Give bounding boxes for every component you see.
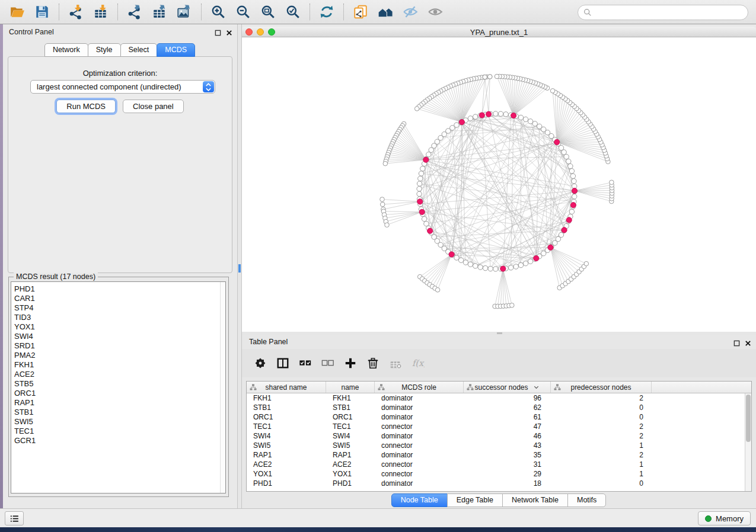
run-mcds-button[interactable]: Run MCDS — [56, 100, 116, 113]
table-row[interactable]: YOX1YOX1connector291 — [247, 469, 751, 479]
table-row[interactable]: SWI5SWI5connector431 — [247, 441, 751, 450]
table-row[interactable]: PHD1PHD1dominator180 — [247, 479, 751, 488]
column-header-MCDS-role[interactable]: MCDS role — [375, 382, 464, 393]
tab-edge-table[interactable]: Edge Table — [447, 493, 503, 507]
control-panel-title: Control Panel — [9, 28, 54, 36]
result-item[interactable]: PHD1 — [11, 284, 225, 294]
vertical-splitter[interactable] — [237, 24, 242, 508]
delete-icon — [366, 357, 379, 370]
table-cell: PHD1 — [247, 479, 326, 488]
open-button[interactable] — [8, 3, 26, 21]
table-cell: SWI4 — [247, 432, 326, 440]
table-cell: YOX1 — [326, 470, 375, 478]
table-cell: SWI4 — [326, 432, 375, 440]
tab-network[interactable]: Network — [44, 43, 88, 57]
save-button[interactable] — [33, 3, 51, 21]
result-item[interactable]: ACE2 — [11, 370, 225, 379]
hide-selected-button[interactable] — [401, 3, 419, 21]
import-network-icon — [68, 4, 84, 20]
first-neighbors-button[interactable] — [377, 3, 394, 21]
zoom-selected-button[interactable] — [284, 3, 302, 21]
table-row[interactable]: STB1STB1dominator620 — [247, 403, 751, 412]
close-panel-icon[interactable] — [226, 28, 232, 39]
criterion-dropdown-value: largest connected component (undirected) — [37, 82, 181, 91]
result-item[interactable]: CAR1 — [11, 294, 225, 303]
network-window-titlebar[interactable]: YPA_prune.txt_1 — [242, 27, 756, 37]
result-item[interactable]: YOX1 — [11, 322, 225, 332]
column-header-shared-name[interactable]: shared name — [247, 382, 326, 393]
add-button[interactable] — [343, 355, 358, 371]
table-scrollbar-thumb[interactable] — [746, 395, 751, 442]
table-cell: ORC1 — [247, 413, 326, 421]
close-panel-button[interactable]: Close panel — [123, 100, 184, 113]
table-row[interactable]: ACE2ACE2connector311 — [247, 460, 751, 469]
mcds-result-list[interactable]: PHD1CAR1STP4TID3YOX1SWI4SRD1PMA2FKH1ACE2… — [11, 281, 226, 493]
float-table-panel-icon[interactable] — [733, 338, 740, 349]
result-item[interactable]: SWI5 — [11, 417, 225, 427]
split-pane-button[interactable] — [275, 355, 291, 371]
column-header-name[interactable]: name — [326, 382, 375, 393]
result-item[interactable]: GCR1 — [11, 436, 225, 446]
table-row[interactable]: TEC1TEC1connector472 — [247, 422, 751, 431]
import-table-button[interactable] — [92, 3, 110, 21]
result-item[interactable]: PMA2 — [11, 351, 225, 360]
result-item[interactable]: TEC1 — [11, 427, 225, 436]
mcds-tab-content: Optimization criterion: largest connecte… — [8, 56, 232, 273]
table-toolbar: f(x) — [242, 349, 756, 377]
table-scrollbar[interactable] — [745, 393, 751, 491]
result-item[interactable]: ORC1 — [11, 389, 225, 398]
table-row[interactable]: ORC1ORC1dominator610 — [247, 412, 751, 422]
table-cell: dominator — [375, 432, 464, 440]
delete-button[interactable] — [365, 355, 381, 371]
deselect-all-button[interactable] — [320, 355, 336, 371]
gear-button[interactable] — [253, 355, 268, 371]
horizontal-splitter-handle[interactable] — [497, 332, 502, 334]
result-item[interactable]: SWI4 — [11, 332, 225, 341]
table-cell: connector — [375, 441, 464, 450]
export-network-button[interactable] — [126, 3, 143, 21]
result-item[interactable]: FKH1 — [11, 360, 225, 370]
zoom-in-button[interactable] — [209, 3, 227, 21]
network-canvas[interactable] — [242, 37, 756, 332]
tab-network-table[interactable]: Network Table — [502, 493, 568, 507]
table-cell: SWI5 — [326, 441, 375, 450]
result-item[interactable]: STB5 — [11, 379, 225, 389]
result-item[interactable]: STP4 — [11, 303, 225, 313]
memory-button[interactable]: Memory — [698, 511, 751, 525]
column-header-successor-nodes[interactable]: successor nodes — [464, 382, 551, 393]
import-network-button[interactable] — [67, 3, 85, 21]
vertical-splitter-handle[interactable] — [238, 264, 241, 273]
tab-mcds[interactable]: MCDS — [157, 43, 195, 57]
result-item[interactable]: SRD1 — [11, 341, 225, 351]
sitemap-icon — [554, 384, 561, 391]
table-row[interactable]: RAP1RAP1dominator352 — [247, 450, 751, 460]
export-image-button[interactable] — [176, 3, 193, 21]
tab-select[interactable]: Select — [120, 43, 158, 57]
zoom-out-button[interactable] — [234, 3, 252, 21]
network-graph[interactable] — [242, 37, 756, 332]
task-history-button[interactable] — [5, 511, 24, 525]
tab-motifs[interactable]: Motifs — [567, 493, 606, 507]
tab-style[interactable]: Style — [88, 43, 121, 57]
mcds-result-scrollbar[interactable] — [220, 282, 225, 493]
result-item[interactable]: TID3 — [11, 313, 225, 322]
zoom-fit-button[interactable] — [259, 3, 277, 21]
search-box[interactable] — [578, 5, 748, 20]
column-header-predecessor-nodes[interactable]: predecessor nodes — [551, 382, 652, 393]
table-row[interactable]: FKH1FKH1dominator962 — [247, 393, 751, 403]
search-input[interactable] — [595, 8, 743, 17]
select-all-button[interactable] — [298, 355, 313, 371]
table-row[interactable]: SWI4SWI4dominator462 — [247, 431, 751, 441]
tab-node-table[interactable]: Node Table — [391, 493, 448, 507]
export-table-button[interactable] — [151, 3, 168, 21]
result-item[interactable]: STB1 — [11, 408, 225, 417]
duplicate-network-button[interactable] — [352, 3, 369, 21]
open-icon — [9, 4, 25, 20]
float-panel-icon[interactable] — [215, 28, 221, 39]
close-table-panel-icon[interactable] — [745, 338, 751, 349]
show-all-button[interactable] — [426, 3, 444, 21]
refresh-button[interactable] — [318, 3, 336, 21]
list-icon — [9, 514, 20, 524]
criterion-dropdown[interactable]: largest connected component (undirected) — [30, 80, 215, 94]
result-item[interactable]: RAP1 — [11, 398, 225, 408]
